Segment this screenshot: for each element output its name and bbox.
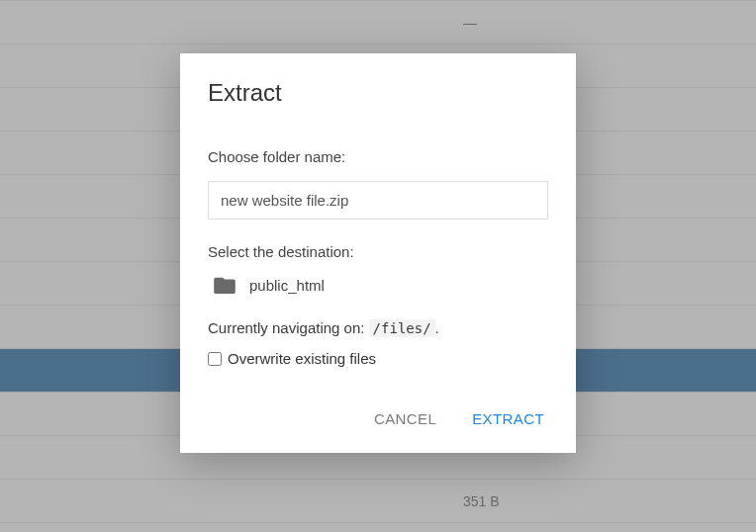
destination-label: Select the destination:: [208, 243, 548, 260]
overwrite-row[interactable]: Overwrite existing files: [208, 350, 548, 367]
navigation-prefix: Currently navigating on:: [208, 319, 369, 336]
destination-name: public_html: [249, 277, 325, 294]
extract-button[interactable]: EXTRACT: [468, 404, 548, 433]
navigation-path: /files/: [369, 319, 435, 337]
folder-icon: [214, 276, 236, 294]
overwrite-checkbox[interactable]: [208, 352, 222, 366]
folder-name-label: Choose folder name:: [208, 148, 548, 165]
folder-name-input[interactable]: [208, 181, 548, 220]
navigation-path-line: Currently navigating on: /files/.: [208, 319, 548, 336]
overwrite-label: Overwrite existing files: [228, 350, 376, 367]
dialog-title: Extract: [208, 79, 548, 107]
cancel-button[interactable]: CANCEL: [370, 404, 440, 433]
destination-row[interactable]: public_html: [214, 276, 548, 294]
extract-dialog: Extract Choose folder name: Select the d…: [180, 53, 576, 453]
navigation-suffix: .: [435, 319, 439, 336]
dialog-actions: CANCEL EXTRACT: [208, 404, 548, 433]
modal-overlay: Extract Choose folder name: Select the d…: [0, 0, 756, 532]
